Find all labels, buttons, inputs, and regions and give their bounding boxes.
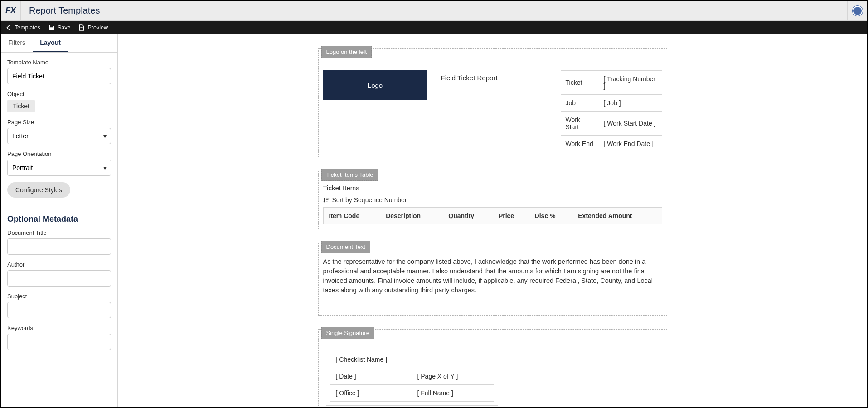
save-label: Save (58, 24, 71, 31)
items-title: Ticket Items (323, 184, 662, 192)
optional-metadata-heading: Optional Metadata (7, 214, 111, 224)
sig-cell: [ Checklist Name ] (330, 351, 494, 368)
preview-button[interactable]: Preview (78, 24, 107, 31)
page-title: Report Templates (21, 5, 100, 16)
save-button[interactable]: Save (48, 24, 71, 31)
keywords-label: Keywords (7, 325, 111, 331)
header-info-table: Ticket[ Tracking Number ] Job[ Job ] Wor… (561, 70, 662, 152)
configure-styles-button[interactable]: Configure Styles (7, 182, 70, 198)
table-row: Ticket[ Tracking Number ] (561, 71, 662, 95)
keywords-input[interactable] (7, 334, 111, 350)
sig-cell: [ Date ] (330, 368, 412, 384)
back-to-templates-button[interactable]: Templates (5, 24, 40, 31)
action-bar: Templates Save Preview (1, 21, 867, 34)
subject-label: Subject (7, 293, 111, 300)
signature-block[interactable]: Single Signature [ Checklist Name ] [ Da… (318, 329, 667, 407)
chevron-left-icon (5, 24, 12, 31)
side-panel: Filters Layout Template Name Object Tick… (1, 34, 118, 407)
col-header: Quantity (443, 208, 493, 224)
file-icon (78, 24, 85, 31)
object-chip[interactable]: Ticket (7, 100, 35, 112)
page-size-select[interactable] (7, 128, 111, 144)
document-text-block[interactable]: Document Text As the representative for … (318, 243, 667, 316)
report-title: Field Ticket Report (441, 70, 498, 152)
author-input[interactable] (7, 270, 111, 287)
logo-placeholder[interactable]: Logo (323, 70, 427, 100)
table-row: Job[ Job ] (561, 95, 662, 112)
document-text: As the representative for the company li… (323, 254, 662, 298)
items-table-block[interactable]: Ticket Items Table Ticket Items Sort by … (318, 171, 667, 229)
sig-cell: [ Office ] (330, 385, 412, 401)
items-table: Item Code Description Quantity Price Dis… (323, 207, 662, 224)
tab-filters[interactable]: Filters (1, 34, 33, 52)
tab-layout[interactable]: Layout (33, 34, 68, 52)
block-tag: Single Signature (321, 327, 374, 339)
document-title-input[interactable] (7, 238, 111, 255)
col-header: Price (493, 208, 529, 224)
block-tag: Logo on the left (321, 46, 372, 58)
page-orientation-label: Page Orientation (7, 151, 111, 157)
user-avatar-icon (853, 6, 863, 16)
page-size-label: Page Size (7, 119, 111, 126)
col-header: Description (380, 208, 443, 224)
app-logo[interactable]: FX (1, 1, 21, 21)
author-label: Author (7, 261, 111, 268)
subject-input[interactable] (7, 302, 111, 318)
canvas[interactable]: Logo on the left Logo Field Ticket Repor… (118, 34, 867, 407)
signature-box: [ Checklist Name ] [ Date ][ Page X of Y… (326, 347, 498, 406)
tab-row: Filters Layout (1, 34, 117, 53)
sort-label: Sort by Sequence Number (332, 196, 407, 204)
template-name-input[interactable] (7, 68, 111, 84)
page-orientation-select[interactable] (7, 160, 111, 176)
col-header: Disc % (529, 208, 573, 224)
preview-label: Preview (87, 24, 107, 31)
col-header: Item Code (323, 208, 380, 224)
col-header: Extended Amount (572, 208, 662, 224)
sig-cell: [ Page X of Y ] (412, 368, 494, 384)
sig-cell: [ Full Name ] (412, 385, 494, 401)
header-block[interactable]: Logo on the left Logo Field Ticket Repor… (318, 48, 667, 157)
object-label: Object (7, 91, 111, 97)
table-row: Work End[ Work End Date ] (561, 136, 662, 152)
user-menu[interactable] (847, 1, 867, 21)
document-title-label: Document Title (7, 229, 111, 236)
block-tag: Ticket Items Table (321, 169, 378, 181)
table-row: Work Start[ Work Start Date ] (561, 112, 662, 136)
block-tag: Document Text (321, 241, 370, 253)
sort-indicator[interactable]: Sort by Sequence Number (323, 196, 662, 204)
sort-icon (323, 197, 330, 203)
top-bar: FX Report Templates (1, 1, 867, 21)
save-icon (48, 24, 55, 31)
back-label: Templates (15, 24, 40, 31)
template-name-label: Template Name (7, 59, 111, 66)
